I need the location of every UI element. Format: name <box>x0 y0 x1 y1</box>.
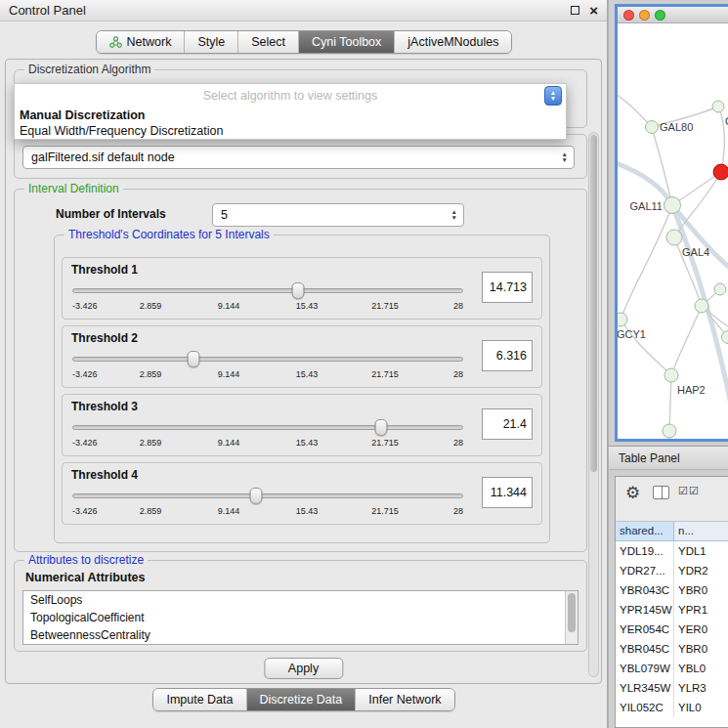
table-row[interactable]: YER054CYER0 <box>616 620 728 639</box>
cell-name[interactable]: YBL0 <box>674 659 728 678</box>
list-item[interactable]: TopologicalCoefficient <box>23 609 578 626</box>
group-title: Interval Definition <box>24 182 123 195</box>
column-header-name[interactable]: n... <box>674 522 728 540</box>
table-panel-window: ⚙ ☑☑ shared... n... YDL19...YDL1 YDR27..… <box>615 476 728 728</box>
close-icon[interactable]: × <box>589 3 598 18</box>
threshold-value-field[interactable]: 21.4 <box>482 408 533 440</box>
desktop: Control Panel × Network Style <box>0 0 728 728</box>
column-header-shared-name[interactable]: shared... <box>616 522 674 540</box>
threshold-slider[interactable] <box>72 418 463 436</box>
option-equal-width-frequency[interactable]: Equal Width/Frequency Discretization <box>15 123 566 139</box>
slider-knob[interactable] <box>375 419 388 436</box>
slider-track[interactable] <box>72 357 463 362</box>
columns-icon[interactable] <box>653 486 669 499</box>
tab-select[interactable]: Select <box>237 31 298 53</box>
list-scrollbar[interactable] <box>565 591 578 644</box>
num-intervals-combobox[interactable]: 5 ▲ ▼ <box>212 203 464 227</box>
cell-shared-name[interactable]: YLR345W <box>616 678 674 698</box>
slider-knob[interactable] <box>250 488 263 504</box>
apply-button[interactable]: Apply <box>264 658 343 679</box>
cell-shared-name[interactable]: YER054C <box>616 620 674 639</box>
network-node[interactable] <box>663 424 676 438</box>
cell-name[interactable]: YDR2 <box>674 561 728 580</box>
tab-discretize-data[interactable]: Discretize Data <box>246 689 356 710</box>
selected-red-node[interactable] <box>713 164 728 180</box>
tab-infer-network[interactable]: Infer Network <box>355 689 453 710</box>
float-window-icon[interactable] <box>571 6 579 15</box>
cell-shared-name[interactable]: YBL079W <box>616 659 674 678</box>
list-item[interactable]: SelfLoops <box>23 591 578 609</box>
threshold-value-field[interactable]: 11.344 <box>482 477 533 508</box>
table-row[interactable]: YIL052CYIL0 <box>616 698 728 717</box>
cell-name[interactable]: YER0 <box>674 620 728 639</box>
table-row[interactable]: YLR345WYLR3 <box>616 678 728 698</box>
table-row[interactable]: YDL19...YDL1 <box>616 541 728 561</box>
network-canvas[interactable]: GAL80 GAL11 GAL4 GCY1 HAP2 GA <box>618 23 728 439</box>
table-row[interactable]: YPR145WYPR1 <box>616 600 728 620</box>
table-row[interactable]: YDR27...YDR2 <box>616 561 728 580</box>
cell-shared-name[interactable]: YDL19... <box>616 541 674 561</box>
algorithm-combobox[interactable]: Select algorithm to view settings ▲ ▼ <box>15 84 566 107</box>
network-node[interactable] <box>712 101 724 112</box>
tick-label: 2.859 <box>140 506 162 516</box>
network-node[interactable] <box>666 230 682 245</box>
option-manual-discretization[interactable]: Manual Discretization <box>15 107 566 123</box>
panel-scrollbar[interactable] <box>588 132 599 677</box>
combobox-stepper-icon[interactable]: ▲ ▼ <box>544 86 562 106</box>
network-node[interactable] <box>722 331 728 344</box>
cell-shared-name[interactable]: YBR045C <box>616 639 674 659</box>
network-icon <box>109 36 122 48</box>
network-node[interactable] <box>664 197 681 214</box>
cell-shared-name[interactable]: YBR043C <box>616 580 674 600</box>
attributes-group: Attributes to discretize Numerical Attri… <box>14 560 587 652</box>
slider-track[interactable] <box>72 493 463 498</box>
network-node[interactable] <box>646 121 659 134</box>
slider-track[interactable] <box>72 425 463 430</box>
cell-shared-name[interactable]: YDR27... <box>616 561 674 580</box>
threshold-slider[interactable] <box>72 281 463 299</box>
tab-jactivemnodules[interactable]: jActiveMNodules <box>394 31 511 53</box>
threshold-label: Threshold 1 <box>71 263 138 277</box>
tab-impute-data[interactable]: Impute Data <box>153 689 245 710</box>
scrollbar-thumb[interactable] <box>568 593 576 632</box>
threshold-slider[interactable] <box>72 487 463 504</box>
network-window-titlebar[interactable] <box>618 7 728 23</box>
table-row[interactable]: YBR043CYBR0 <box>616 580 728 600</box>
cell-shared-name[interactable]: YIL052C <box>616 698 674 717</box>
slider-ticks: -3.426 2.859 9.144 15.43 21.715 28 <box>72 369 463 381</box>
tab-style[interactable]: Style <box>184 31 237 53</box>
threshold-slider[interactable] <box>72 350 463 367</box>
tab-network[interactable]: Network <box>97 31 185 53</box>
cell-name[interactable]: YLR3 <box>674 678 728 698</box>
scrollbar-thumb[interactable] <box>590 135 597 472</box>
slider-knob[interactable] <box>188 351 200 367</box>
cell-name[interactable]: YBR0 <box>674 580 728 600</box>
zoom-traffic-light-icon[interactable] <box>655 10 665 21</box>
select-columns-icon[interactable]: ☑☑ <box>678 485 700 497</box>
slider-track[interactable] <box>72 288 463 293</box>
threshold-value-field[interactable]: 6.316 <box>482 340 533 371</box>
table-row[interactable]: YBR045CYBR0 <box>616 639 728 659</box>
cell-shared-name[interactable]: YPR145W <box>616 600 674 620</box>
close-traffic-light-icon[interactable] <box>623 10 634 21</box>
list-item[interactable]: BetweennessCentrality <box>23 626 578 644</box>
network-node[interactable] <box>714 283 726 295</box>
slider-knob[interactable] <box>291 282 304 299</box>
network-node[interactable] <box>664 368 678 382</box>
gear-icon[interactable]: ⚙ <box>625 483 640 503</box>
network-node[interactable] <box>618 313 627 326</box>
numerical-attributes-list[interactable]: SelfLoops TopologicalCoefficient Between… <box>22 590 578 645</box>
table-panel-titlebar[interactable]: Table Panel <box>609 446 728 470</box>
tab-cyni-toolbox[interactable]: Cyni Toolbox <box>298 31 394 53</box>
network-view-window[interactable]: GAL80 GAL11 GAL4 GCY1 HAP2 GA <box>615 4 728 442</box>
cell-name[interactable]: YDL1 <box>674 541 728 561</box>
cell-name[interactable]: YBR0 <box>674 639 728 659</box>
cell-name[interactable]: YIL0 <box>674 698 728 717</box>
table-data-combobox[interactable]: galFiltered.sif default node ▲ ▼ <box>22 146 575 169</box>
combobox-value: 5 <box>221 208 228 222</box>
cell-name[interactable]: YPR1 <box>674 600 728 620</box>
threshold-value-field[interactable]: 14.713 <box>482 272 533 303</box>
table-row[interactable]: YBL079WYBL0 <box>616 659 728 678</box>
minimize-traffic-light-icon[interactable] <box>639 10 650 21</box>
network-node[interactable] <box>695 299 708 313</box>
